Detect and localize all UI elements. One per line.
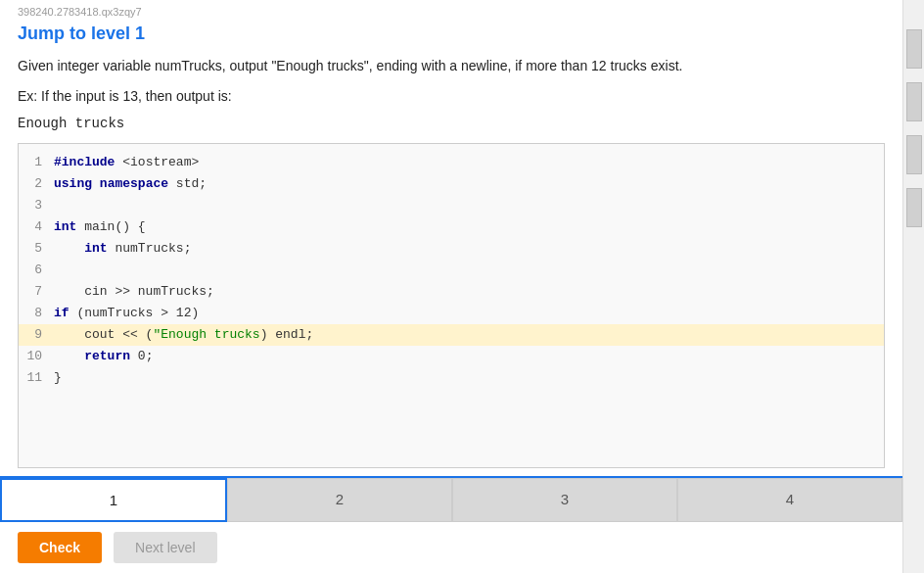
line-code-11: } xyxy=(54,368,62,389)
check-button[interactable]: Check xyxy=(18,532,102,563)
page-title: Jump to level 1 xyxy=(0,20,902,56)
tab-4[interactable]: 4 xyxy=(677,478,902,522)
tabs-bar: 1 2 3 4 xyxy=(0,476,902,522)
line-num-7: 7 xyxy=(19,282,54,303)
description-main: Given integer variable numTrucks, output… xyxy=(0,56,902,84)
line-num-9: 9 xyxy=(19,325,54,346)
code-line-9: 9 cout << ("Enough trucks) endl; xyxy=(19,324,884,346)
line-num-1: 1 xyxy=(19,153,54,173)
output-example: Enough trucks xyxy=(0,112,902,143)
code-line-10: 10 return 0; xyxy=(19,346,884,367)
line-code-7: cin >> numTrucks; xyxy=(54,282,214,303)
code-line-8: 8 if (numTrucks > 12) xyxy=(19,303,884,324)
example-label: Ex: If the input is 13, then output is: xyxy=(0,84,902,112)
tab-3[interactable]: 3 xyxy=(452,478,677,522)
tab-1[interactable]: 1 xyxy=(0,478,227,522)
code-container: 1 #include <iostream> 2 using namespace … xyxy=(18,143,885,468)
tab-2[interactable]: 2 xyxy=(227,478,452,522)
line-num-4: 4 xyxy=(19,217,54,238)
right-sidebar xyxy=(902,0,924,573)
code-line-11: 11 } xyxy=(19,367,884,389)
meta-id: 398240.2783418.qx3zqy7 xyxy=(0,0,902,20)
code-block: 1 #include <iostream> 2 using namespace … xyxy=(19,144,884,397)
line-num-3: 3 xyxy=(19,196,54,216)
line-num-8: 8 xyxy=(19,304,54,324)
line-code-1: #include <iostream> xyxy=(54,153,199,173)
code-line-1: 1 #include <iostream> xyxy=(19,152,884,173)
code-line-5: 5 int numTrucks; xyxy=(19,238,884,260)
sidebar-btn-4[interactable] xyxy=(906,188,922,227)
line-code-10: return 0; xyxy=(54,347,153,367)
next-level-button[interactable]: Next level xyxy=(114,532,216,563)
line-num-11: 11 xyxy=(19,368,54,389)
line-code-4: int main() { xyxy=(54,217,146,238)
line-num-2: 2 xyxy=(19,174,54,195)
code-line-6: 6 xyxy=(19,260,884,281)
sidebar-btn-2[interactable] xyxy=(906,82,922,121)
code-line-4: 4 int main() { xyxy=(19,216,884,238)
sidebar-btn-1[interactable] xyxy=(906,29,922,69)
line-code-2: using namespace std; xyxy=(54,174,207,195)
line-code-9: cout << ("Enough trucks) endl; xyxy=(54,325,313,346)
content-area: 398240.2783418.qx3zqy7 Jump to level 1 G… xyxy=(0,0,902,573)
main-container: 398240.2783418.qx3zqy7 Jump to level 1 G… xyxy=(0,0,924,573)
actions-bar: Check Next level xyxy=(0,522,902,573)
code-line-2: 2 using namespace std; xyxy=(19,173,884,195)
code-line-7: 7 cin >> numTrucks; xyxy=(19,281,884,303)
sidebar-btn-3[interactable] xyxy=(906,135,922,174)
line-code-8: if (numTrucks > 12) xyxy=(54,304,199,324)
line-code-5: int numTrucks; xyxy=(54,239,191,260)
line-num-10: 10 xyxy=(19,347,54,367)
code-line-3: 3 xyxy=(19,195,884,216)
line-num-6: 6 xyxy=(19,261,54,281)
line-num-5: 5 xyxy=(19,239,54,260)
